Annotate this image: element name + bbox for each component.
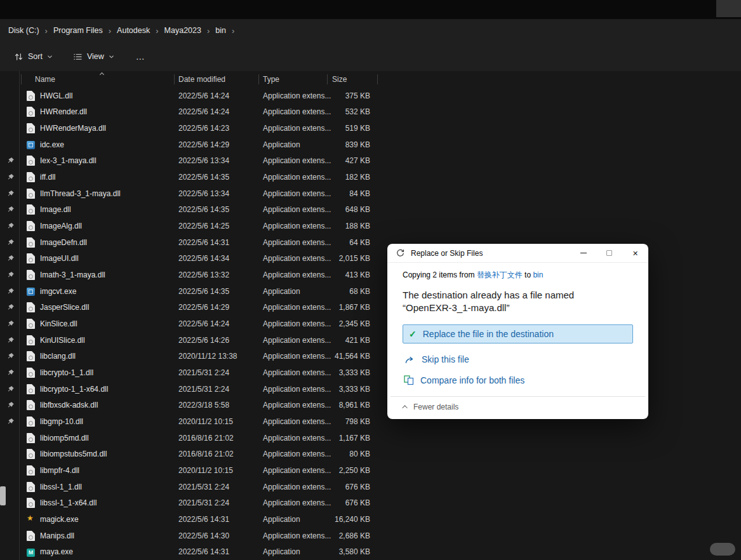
conflict-filename: “OpenEXR-3_1-maya.dll”	[403, 302, 633, 314]
column-header-date-modified[interactable]: Date modified	[175, 71, 259, 88]
view-button[interactable]: View	[67, 48, 121, 66]
file-type: Application extens...	[259, 417, 328, 426]
file-icon	[27, 156, 35, 166]
column-header-name[interactable]: Name	[22, 71, 175, 88]
pin-gutter	[0, 369, 22, 377]
maximize-icon	[606, 250, 612, 256]
file-name: ImageDefn.dll	[40, 238, 87, 247]
file-row[interactable]: Iex-3_1-maya.dll 2022/5/6 13:34 Applicat…	[0, 153, 741, 170]
file-row[interactable]: libmpfr-4.dll 2020/11/2 10:15 Applicatio…	[0, 462, 741, 479]
file-type: Application extens...	[259, 466, 328, 475]
window-corner	[716, 0, 741, 17]
file-name: idc.exe	[40, 140, 64, 149]
file-icon	[27, 91, 35, 101]
file-name-cell: Image.dll	[22, 204, 175, 215]
column-header-type[interactable]: Type	[259, 71, 328, 88]
pin-gutter	[0, 108, 22, 116]
file-date-modified: 2016/8/16 21:02	[175, 450, 259, 458]
file-name: libssl-1_1-x64.dll	[40, 498, 97, 507]
source-folder-link[interactable]: 替换补丁文件	[477, 270, 523, 279]
breadcrumb-item[interactable]: bin	[211, 23, 230, 37]
replace-file-option[interactable]: Replace the file in the destination	[403, 324, 633, 343]
breadcrumb-item[interactable]: Autodesk	[112, 23, 154, 37]
file-icon	[27, 417, 35, 427]
file-size: 519 KB	[328, 124, 378, 133]
file-icon	[27, 449, 35, 459]
file-name-cell: HWRenderMaya.dll	[22, 123, 175, 133]
file-name-cell: ImageUI.dll	[22, 253, 175, 263]
file-size: 3,580 KB	[328, 547, 378, 556]
file-row[interactable]: maya.exe 2022/5/6 14:31 Application 3,58…	[0, 543, 741, 560]
pin-icon	[7, 303, 15, 311]
file-icon	[27, 465, 35, 476]
breadcrumb-item[interactable]: Maya2023	[160, 23, 206, 37]
breadcrumb-item[interactable]: Disk (C:)	[4, 23, 44, 37]
file-icon	[27, 221, 35, 231]
pin-gutter	[0, 418, 22, 425]
file-row[interactable]: libssl-1_1.dll 2021/5/31 2:24 Applicatio…	[0, 479, 741, 495]
file-size: 188 KB	[328, 222, 378, 230]
file-type: Application extens...	[259, 107, 328, 116]
file-name: libmpfr-4.dll	[40, 466, 79, 475]
nav-scrollbar-thumb[interactable]	[0, 486, 6, 505]
file-date-modified: 2021/5/31 2:24	[175, 483, 259, 491]
file-name-cell: iff.dll	[22, 172, 175, 182]
file-row[interactable]: HWGL.dll 2022/5/6 14:24 Application exte…	[0, 88, 741, 104]
fewer-details-button[interactable]: Fewer details	[404, 403, 458, 411]
file-name: imgcvt.exe	[40, 287, 76, 296]
file-date-modified: 2022/5/6 14:29	[175, 140, 259, 149]
file-icon	[27, 141, 35, 149]
file-row[interactable]: HWRenderMaya.dll 2022/5/6 14:23 Applicat…	[0, 120, 741, 137]
column-header-size[interactable]: Size	[328, 71, 378, 88]
breadcrumb-item[interactable]: Program Files	[49, 23, 107, 37]
file-icon	[27, 400, 35, 410]
file-type: Application extens...	[259, 173, 328, 182]
file-icon	[27, 335, 35, 345]
file-date-modified: 2022/5/6 13:34	[175, 189, 259, 198]
file-icon	[27, 531, 35, 541]
file-row[interactable]: Image.dll 2022/5/6 14:35 Application ext…	[0, 202, 741, 218]
header-gutter	[0, 71, 22, 88]
file-name: HWRenderMaya.dll	[40, 124, 106, 133]
file-type: Application	[259, 515, 328, 524]
file-date-modified: 2020/11/2 10:15	[175, 417, 259, 426]
file-row[interactable]: libiompstubs5md.dll 2016/8/16 21:02 Appl…	[0, 446, 741, 462]
compare-files-option[interactable]: Compare info for both files	[403, 374, 524, 387]
file-size: 84 KB	[328, 189, 378, 198]
file-row[interactable]: iff.dll 2022/5/6 14:35 Application exten…	[0, 169, 741, 185]
file-name-cell: Manips.dll	[22, 531, 175, 541]
file-row[interactable]: ImageAlg.dll 2022/5/6 14:25 Application …	[0, 218, 741, 234]
file-name-cell: libcrypto-1_1-x64.dll	[22, 384, 175, 394]
file-row[interactable]: Manips.dll 2022/5/6 14:30 Application ex…	[0, 528, 741, 544]
file-row[interactable]: libssl-1_1-x64.dll 2021/5/31 2:24 Applic…	[0, 495, 741, 511]
file-explorer-window: Disk (C:)›Program Files›Autodesk›Maya202…	[0, 0, 741, 560]
file-row[interactable]: idc.exe 2022/5/6 14:29 Application 839 K…	[0, 137, 741, 153]
file-icon	[27, 368, 35, 378]
close-button[interactable]	[622, 244, 648, 262]
file-size: 676 KB	[328, 483, 378, 491]
file-date-modified: 2022/5/6 14:25	[175, 222, 259, 230]
replace-option-label: Replace the file in the destination	[423, 329, 554, 339]
skip-file-option[interactable]: Skip this file	[403, 353, 469, 366]
file-size: 421 KB	[328, 336, 378, 345]
maximize-button[interactable]	[596, 244, 622, 262]
more-options-button[interactable]: …	[128, 47, 153, 66]
file-date-modified: 2022/5/6 14:31	[175, 238, 259, 247]
pin-gutter	[0, 450, 22, 458]
sort-button[interactable]: Sort	[8, 48, 59, 66]
file-row[interactable]: magick.exe 2022/5/6 14:31 Application 16…	[0, 511, 741, 528]
file-row[interactable]: HWRender.dll 2022/5/6 14:24 Application …	[0, 104, 741, 121]
file-type: Application extens...	[259, 319, 328, 328]
file-row[interactable]: IlmThread-3_1-maya.dll 2022/5/6 13:34 Ap…	[0, 185, 741, 202]
file-type: Application extens...	[259, 270, 328, 279]
file-size: 413 KB	[328, 270, 378, 279]
file-row[interactable]: libiomp5md.dll 2016/8/16 21:02 Applicati…	[0, 430, 741, 446]
pin-gutter	[0, 271, 22, 279]
file-date-modified: 2022/5/6 14:26	[175, 336, 259, 345]
fewer-details-label: Fewer details	[413, 403, 458, 411]
column-header-date-label: Date modified	[178, 75, 225, 84]
minimize-button[interactable]	[570, 244, 596, 262]
file-icon	[27, 433, 35, 443]
destination-folder-link[interactable]: bin	[533, 270, 543, 279]
file-name-cell: libssl-1_1-x64.dll	[22, 498, 175, 508]
